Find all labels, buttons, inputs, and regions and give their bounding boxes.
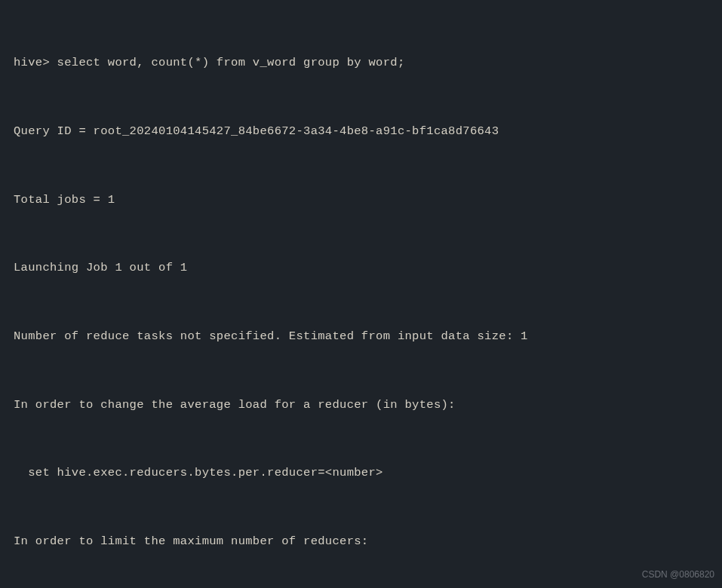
terminal-line: Number of reduce tasks not specified. Es… (14, 325, 708, 348)
terminal-line: Query ID = root_20240104145427_84be6672-… (14, 120, 708, 142)
terminal-line: set hive.exec.reducers.bytes.per.reducer… (14, 461, 708, 484)
terminal-line: In order to change the average load for … (14, 394, 708, 416)
terminal-line: hive> select word, count(*) from v_word … (14, 51, 708, 74)
terminal-line: Launching Job 1 out of 1 (14, 256, 708, 279)
terminal-line: Total jobs = 1 (14, 188, 708, 211)
watermark: CSDN @0806820 (642, 566, 714, 583)
terminal-line: In order to limit the maximum number of … (14, 530, 708, 553)
terminal-output[interactable]: hive> select word, count(*) from v_word … (14, 6, 708, 588)
